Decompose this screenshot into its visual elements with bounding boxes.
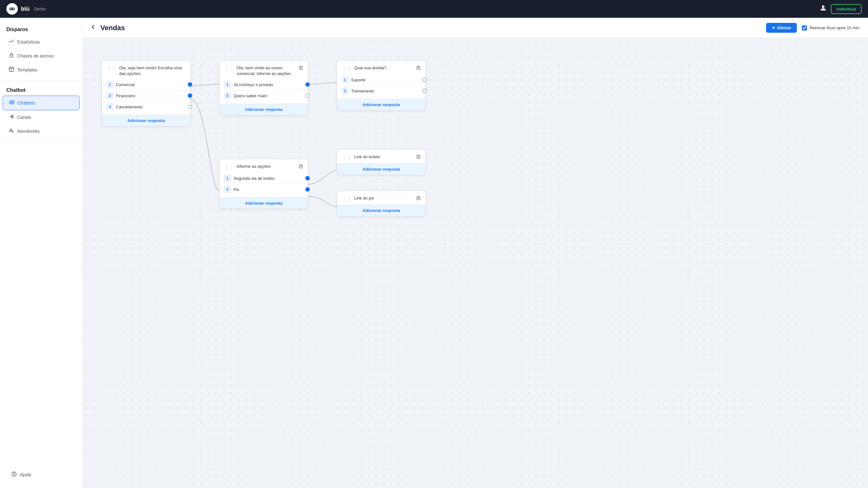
restart-label[interactable]: Reiniciar fluxo após 15 min. bbox=[802, 25, 860, 30]
user-icon-button[interactable] bbox=[819, 4, 827, 14]
svg-rect-17 bbox=[417, 67, 420, 69]
option-row: 2 Financeiro bbox=[106, 90, 186, 101]
demo-label: Demo bbox=[34, 6, 46, 11]
add-response-button-1[interactable]: Adicionar resposta bbox=[102, 115, 190, 126]
sidebar-item-chatbots[interactable]: Chatbots bbox=[3, 96, 80, 110]
sidebar-item-label: Atendentes bbox=[17, 129, 40, 134]
delete-button-5[interactable] bbox=[416, 154, 421, 160]
node-title-5: Link do boleto bbox=[354, 154, 413, 160]
option-num: 2 bbox=[224, 92, 231, 99]
node-card-5: ⋮⋮ Link do boleto Adicionar resposta bbox=[337, 149, 426, 175]
drag-handle-6[interactable]: ⋮⋮ bbox=[342, 196, 352, 202]
connector-dot[interactable] bbox=[305, 82, 310, 87]
add-response-button-2[interactable]: Adicionar resposta bbox=[220, 103, 308, 115]
sidebar-item-atendentes[interactable]: Atendentes bbox=[3, 124, 80, 138]
add-response-button-6[interactable]: Adicionar resposta bbox=[337, 205, 426, 216]
delete-button-4[interactable] bbox=[298, 163, 303, 170]
align-icon: ✦ bbox=[772, 25, 775, 30]
sidebar: Disparos Estatísticas Chaves de acesso bbox=[0, 18, 83, 488]
connector-dot-right[interactable] bbox=[422, 78, 427, 82]
connector-dot-empty[interactable] bbox=[305, 93, 310, 98]
sidebar-item-label: Estatísticas bbox=[17, 39, 40, 44]
plan-button[interactable]: Individual bbox=[831, 4, 862, 14]
option-text: Suporte bbox=[351, 78, 421, 82]
back-button[interactable] bbox=[90, 24, 97, 32]
node-header-1: ⋮⋮ Ola, seja bem vindo! Escolha uma das … bbox=[102, 61, 190, 79]
option-num: 1 bbox=[224, 175, 231, 182]
delete-button-3[interactable] bbox=[416, 65, 421, 71]
svg-point-3 bbox=[13, 8, 13, 9]
connector-dot[interactable] bbox=[188, 93, 192, 98]
connector-dot[interactable] bbox=[188, 82, 192, 87]
node-card-2: ⋮⋮ Ola, bem vindo ao nosso comercial, in… bbox=[219, 60, 308, 115]
add-response-button-3[interactable]: Adicionar resposta bbox=[337, 99, 426, 110]
sidebar-item-help[interactable]: Ajuda bbox=[5, 468, 77, 482]
sidebar-item-label: Ajuda bbox=[20, 472, 31, 477]
content-area: Vendas ✦ Alinhar Reiniciar fluxo após 15… bbox=[83, 18, 868, 488]
drag-handle-2[interactable]: ⋮⋮ bbox=[224, 66, 234, 72]
node-options-2: 1 Já conheço o produto 2 Quero saber mai… bbox=[220, 79, 308, 103]
svg-point-4 bbox=[822, 5, 825, 8]
option-row: 2 Treinamento bbox=[342, 86, 421, 96]
sidebar-item-label: Chatbots bbox=[18, 100, 35, 105]
node-title-6: Link do pix bbox=[354, 195, 413, 201]
node-header-5: ⋮⋮ Link do boleto bbox=[337, 150, 426, 163]
connector-dot-empty[interactable] bbox=[188, 104, 192, 109]
lock-icon bbox=[9, 53, 14, 59]
svg-rect-18 bbox=[299, 165, 303, 168]
connector-dot[interactable] bbox=[305, 176, 310, 180]
svg-point-15 bbox=[14, 475, 14, 476]
template-icon bbox=[9, 67, 14, 73]
option-text: Já conheço o produto bbox=[234, 82, 303, 87]
option-num: 2 bbox=[342, 87, 348, 94]
page-header: Vendas ✦ Alinhar Reiniciar fluxo após 15… bbox=[83, 18, 868, 38]
sidebar-item-templates[interactable]: Templates bbox=[3, 63, 80, 77]
node-title-2: Ola, bem vindo ao nosso comercial, infor… bbox=[237, 65, 296, 77]
sidebar-bottom: Ajuda bbox=[0, 468, 82, 482]
svg-rect-16 bbox=[299, 67, 303, 69]
sidebar-section-disparos: Disparos bbox=[0, 24, 82, 35]
sidebar-item-label: Templates bbox=[17, 67, 37, 72]
sidebar-section-chatbot: Chatbot bbox=[0, 85, 82, 96]
node-header-2: ⋮⋮ Ola, bem vindo ao nosso comercial, in… bbox=[220, 61, 308, 79]
connector-dot[interactable] bbox=[305, 187, 310, 191]
option-row: 2 Pix bbox=[224, 184, 303, 195]
connector-dot-right[interactable] bbox=[422, 89, 427, 93]
node-title-1: Ola, seja bem vindo! Escolha uma das opç… bbox=[119, 65, 186, 77]
option-num: 1 bbox=[342, 76, 348, 83]
node-title-3: Qual sua dúvida? bbox=[354, 65, 413, 71]
delete-button-2[interactable] bbox=[298, 65, 303, 71]
option-text: Financeiro bbox=[116, 93, 186, 98]
atendentes-icon bbox=[9, 128, 14, 134]
drag-handle-4[interactable]: ⋮⋮ bbox=[224, 164, 234, 170]
node-card-1: ⋮⋮ Ola, seja bem vindo! Escolha uma das … bbox=[102, 60, 191, 126]
option-row: 1 Segunda via de boleto bbox=[224, 173, 303, 184]
canvas-area[interactable]: ⋮⋮ Ola, seja bem vindo! Escolha uma das … bbox=[83, 38, 868, 488]
sidebar-item-chaves[interactable]: Chaves de acesso bbox=[3, 49, 80, 63]
svg-rect-5 bbox=[10, 55, 13, 57]
sidebar-item-estatisticas[interactable]: Estatísticas bbox=[3, 35, 80, 49]
delete-button-6[interactable] bbox=[416, 195, 421, 202]
stats-icon bbox=[9, 39, 14, 45]
drag-handle-3[interactable]: ⋮⋮ bbox=[342, 66, 352, 72]
svg-rect-9 bbox=[9, 101, 14, 104]
option-text: Segunda via de boleto bbox=[234, 176, 303, 181]
restart-checkbox[interactable] bbox=[802, 25, 807, 30]
option-row: 3 Cancelamento bbox=[106, 101, 186, 112]
drag-handle-1[interactable]: ⋮⋮ bbox=[106, 66, 117, 72]
node-options-4: 1 Segunda via de boleto 2 Pix bbox=[220, 173, 308, 197]
add-response-button-4[interactable]: Adicionar resposta bbox=[220, 197, 308, 209]
add-response-button-5[interactable]: Adicionar resposta bbox=[337, 163, 426, 175]
node-card-3: ⋮⋮ Qual sua dúvida? 1 Suporte bbox=[337, 60, 426, 111]
align-button[interactable]: ✦ Alinhar bbox=[766, 23, 797, 33]
topbar-left: blü Demo bbox=[6, 3, 46, 14]
node-header-3: ⋮⋮ Qual sua dúvida? bbox=[337, 61, 426, 74]
option-text: Treinamento bbox=[351, 89, 421, 93]
option-text: Comercial bbox=[116, 82, 186, 87]
node-options-1: 1 Comercial 2 Financeiro 3 Cancelamento bbox=[102, 79, 190, 115]
sidebar-item-canais[interactable]: Canais bbox=[3, 110, 80, 124]
drag-handle-5[interactable]: ⋮⋮ bbox=[342, 155, 352, 161]
option-text: Cancelamento bbox=[116, 104, 186, 109]
option-num: 2 bbox=[106, 92, 114, 99]
option-row: 1 Suporte bbox=[342, 74, 421, 86]
